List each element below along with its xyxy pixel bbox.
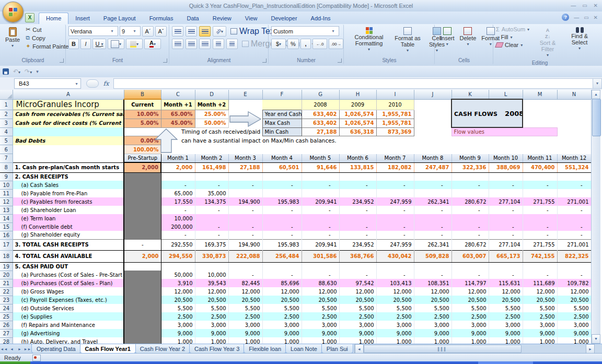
cell-F17[interactable]: 195,983	[262, 239, 302, 250]
cell-B28[interactable]	[124, 337, 161, 344]
cell-N19[interactable]	[557, 262, 591, 271]
cell-C28[interactable]: 1,000	[161, 337, 195, 344]
cell-F9[interactable]	[262, 172, 302, 181]
cell-K10[interactable]: -	[452, 181, 489, 189]
cell-M19[interactable]	[523, 262, 557, 271]
cell-I8[interactable]: 182,082	[376, 162, 414, 172]
cell-A8[interactable]: 1. Cash pre-plan/Cash month starts	[13, 162, 124, 172]
cell-F6[interactable]	[262, 145, 302, 154]
cell-N23[interactable]: 20,500	[557, 296, 591, 304]
cell-E12[interactable]: 194,900	[228, 197, 262, 206]
cell-K19[interactable]	[452, 262, 489, 271]
cell-K23[interactable]: 20,500	[452, 296, 489, 304]
increase-indent-button[interactable]	[226, 39, 238, 49]
cell-K16[interactable]: -	[452, 231, 489, 239]
cell-C24[interactable]: 5,500	[161, 304, 195, 312]
cell-G21[interactable]: 88,630	[302, 279, 339, 287]
cell-H23[interactable]: 20,500	[339, 296, 376, 304]
align-left-button[interactable]	[172, 39, 183, 49]
cell-G9[interactable]	[302, 172, 339, 181]
row-header-26[interactable]: 26	[0, 321, 13, 329]
cell-B12[interactable]	[124, 197, 161, 206]
cell-M8[interactable]: 470,400	[523, 162, 557, 172]
cell-D16[interactable]: -	[195, 231, 228, 239]
cell-M26[interactable]: 3,000	[523, 321, 557, 329]
cell-E20[interactable]: -	[228, 271, 262, 279]
tab-view[interactable]: View	[238, 13, 264, 24]
cell-G20[interactable]: -	[302, 271, 339, 279]
cell-M1[interactable]	[523, 99, 557, 110]
cell-J5[interactable]	[414, 136, 452, 145]
column-header-F[interactable]: F	[262, 90, 302, 99]
cell-C22[interactable]: 12,000	[161, 287, 195, 296]
cell-G13[interactable]: -	[302, 206, 339, 214]
cell-J21[interactable]: 108,351	[414, 279, 452, 287]
cell-G15[interactable]: -	[302, 222, 339, 231]
borders-button[interactable]: ▾	[108, 39, 124, 49]
cell-H7[interactable]: Month 6	[339, 154, 376, 163]
cell-N12[interactable]: 271,001	[557, 197, 591, 206]
cell-B16[interactable]	[124, 231, 161, 239]
cell-F12[interactable]: 195,983	[262, 197, 302, 206]
cell-A26[interactable]: (f) Repairs and Maintenance	[13, 321, 124, 329]
cell-J2[interactable]	[414, 110, 452, 119]
cell-M27[interactable]: 9,000	[523, 329, 557, 337]
cell-J25[interactable]: 2,500	[414, 312, 452, 321]
cell-C12[interactable]: 17,550	[161, 197, 195, 206]
office-button[interactable]	[3, 2, 24, 22]
cell-F27[interactable]: 9,000	[262, 329, 302, 337]
column-header-M[interactable]: M	[523, 90, 557, 99]
cell-H9[interactable]	[339, 172, 376, 181]
cell-J14[interactable]	[414, 214, 452, 222]
cell-G3[interactable]: 633,402	[302, 119, 339, 127]
row-header-8[interactable]: 8	[0, 162, 13, 172]
cell-M16[interactable]: -	[523, 231, 557, 239]
cell-I12[interactable]: 247,959	[376, 197, 414, 206]
cell-A6[interactable]	[13, 145, 124, 154]
cell-M17[interactable]: 271,755	[523, 239, 557, 250]
cell-B27[interactable]	[124, 329, 161, 337]
cell-L22[interactable]: 12,000	[489, 287, 523, 296]
cell-N2[interactable]	[557, 110, 591, 119]
cell-K8[interactable]: 322,336	[452, 162, 489, 172]
cell-L17[interactable]: 277,104	[489, 239, 523, 250]
cell-M25[interactable]: 2,500	[523, 312, 557, 321]
row-header-15[interactable]: 15	[0, 222, 13, 231]
cell-N6[interactable]	[557, 145, 591, 154]
cell-H19[interactable]	[339, 262, 376, 271]
paste-button[interactable]: Paste ▾	[3, 26, 22, 50]
cell-A14[interactable]: (e) Term loan	[13, 214, 124, 222]
sheet-tab-flexible-loan[interactable]: Flexible loan	[244, 344, 286, 354]
row-header-25[interactable]: 25	[0, 312, 13, 321]
cell-C2[interactable]: 65.00%	[161, 110, 195, 119]
cell-I19[interactable]	[376, 262, 414, 271]
cell-E19[interactable]	[228, 262, 262, 271]
column-header-E[interactable]: E	[228, 90, 262, 99]
cell-J13[interactable]: -	[414, 206, 452, 214]
cell-F13[interactable]: -	[262, 206, 302, 214]
cell-A9[interactable]: 2. CASH RECEIPTS	[13, 172, 124, 181]
name-box[interactable]: B43 ▾	[14, 78, 81, 89]
cell-A7[interactable]	[13, 154, 124, 163]
cell-E18[interactable]: 222,088	[228, 250, 262, 262]
font-name-select[interactable]: Verdana▾	[68, 26, 118, 36]
tab-page-layout[interactable]: Page Layout	[97, 13, 143, 24]
cell-B3[interactable]: 5.00%	[124, 119, 161, 127]
cell-K18[interactable]: 603,007	[452, 250, 489, 262]
cell-K21[interactable]: 114,797	[452, 279, 489, 287]
cell-I14[interactable]	[376, 214, 414, 222]
cell-D11[interactable]: 35,000	[195, 189, 228, 197]
cell-H12[interactable]: 234,952	[339, 197, 376, 206]
scroll-down-icon[interactable]: ▼	[592, 334, 600, 344]
cell-C14[interactable]: 10,000	[161, 214, 195, 222]
cell-A2[interactable]: Cash from receivables (% Current sales)	[13, 110, 124, 119]
cell-E16[interactable]: -	[228, 231, 262, 239]
cell-B15[interactable]	[124, 222, 161, 231]
cell-E9[interactable]	[228, 172, 262, 181]
cell-M6[interactable]	[523, 145, 557, 154]
cell-G10[interactable]: -	[302, 181, 339, 189]
row-header-28[interactable]: 28	[0, 337, 13, 344]
hscroll-left-icon[interactable]: ◄	[355, 344, 364, 354]
cell-A1[interactable]: MicroGranules Incorp	[13, 99, 124, 110]
cell-H3[interactable]: 1,026,574	[339, 119, 376, 127]
